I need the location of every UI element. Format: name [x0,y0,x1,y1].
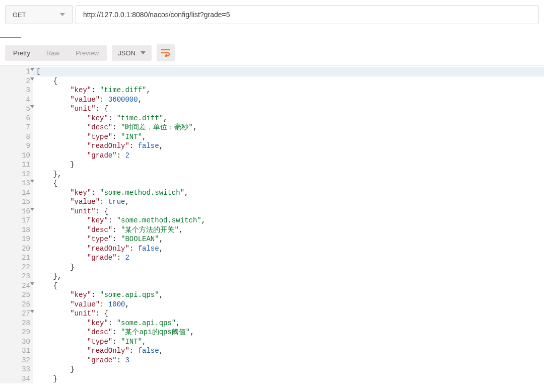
line-number: 10 [0,151,33,161]
fold-toggle-icon[interactable] [30,208,34,211]
line-number: 18 [0,225,33,235]
line-number: 26 [0,300,33,309]
code-line: "value": true, [33,197,544,207]
fold-toggle-icon[interactable] [30,77,34,81]
code-line: "unit": { [33,309,544,319]
code-line: "key": "time.diff", [33,86,544,95]
line-number: 29 [0,328,33,337]
line-number: 28 [0,319,33,328]
line-number: 25 [0,290,33,300]
line-number: 15 [0,197,33,207]
line-number: 31 [0,346,33,356]
line-number: 19 [0,234,33,244]
tab-preview[interactable]: Preview [67,45,107,61]
code-line: "desc": "某个方法的开关", [33,225,544,235]
http-method-label: GET [13,11,60,19]
url-input[interactable] [76,5,539,24]
line-number: 24 [0,281,33,291]
http-method-select[interactable]: GET [5,5,73,24]
line-number: 21 [0,253,33,263]
line-number: 17 [0,216,33,225]
code-line: "key": "some.api.qps", [33,319,544,328]
code-line: "unit": { [33,207,544,216]
code-line: "grade": 3 [33,356,544,365]
response-body: 1234567891011121314151617181920212223242… [0,65,544,383]
request-bar: GET [0,0,544,29]
code-line: }, [33,170,544,179]
line-number: 12 [0,170,33,179]
code-area[interactable]: [ { "key": "time.diff", "value": 3600000… [33,66,544,383]
code-line: "grade": 2 [33,253,544,263]
code-line: "type": "INT", [33,337,544,347]
code-line: "key": "some.api.qps", [33,290,544,300]
code-line: "type": "INT", [33,132,544,142]
active-tab-underline [0,37,21,38]
line-number: 14 [0,188,33,198]
code-line: } [33,374,544,384]
line-number: 3 [0,86,33,95]
line-number: 13 [0,179,33,188]
code-line: "desc": "某个api的qps阈值", [33,328,544,337]
line-gutter: 1234567891011121314151617181920212223242… [0,66,33,383]
line-number: 7 [0,123,33,132]
line-number: 32 [0,356,33,365]
code-line: "readOnly": false, [33,346,544,356]
fold-toggle-icon[interactable] [30,282,34,285]
line-number: 22 [0,263,33,272]
body-view-tabs: Pretty Raw Preview [5,45,107,61]
format-label: JSON [118,49,135,57]
code-line: "grade": 2 [33,151,544,161]
line-number: 4 [0,95,33,105]
code-line: [ [33,67,544,76]
line-number: 1 [0,67,33,76]
line-number: 8 [0,132,33,142]
code-line: "key": "some.method.switch", [33,188,544,198]
code-line: "key": "some.method.switch", [33,216,544,225]
code-line: "value": 1000, [33,300,544,309]
tab-pretty[interactable]: Pretty [5,45,38,61]
code-line: "readOnly": false, [33,141,544,151]
line-number: 11 [0,160,33,170]
code-line: "type": "BOOLEAN", [33,234,544,244]
fold-toggle-icon[interactable] [30,68,34,71]
wrap-icon [161,49,171,57]
format-select[interactable]: JSON [112,45,152,61]
line-number: 5 [0,104,33,114]
code-line: }, [33,272,544,281]
line-number: 20 [0,244,33,254]
code-line: { [33,76,544,86]
code-line: { [33,281,544,291]
line-number: 27 [0,309,33,319]
code-line: } [33,263,544,272]
code-line: "key": "time.diff", [33,114,544,123]
code-line: { [33,179,544,188]
code-line: } [33,365,544,374]
line-number: 9 [0,141,33,151]
line-number: 6 [0,114,33,123]
line-number: 33 [0,365,33,374]
code-line: } [33,160,544,170]
fold-toggle-icon[interactable] [30,105,34,108]
chevron-down-icon [141,51,146,54]
line-number: 30 [0,337,33,347]
code-line: "readOnly": false, [33,244,544,254]
line-number: 16 [0,207,33,216]
chevron-down-icon [60,13,65,16]
response-view-toolbar: Pretty Raw Preview JSON [0,41,544,65]
code-line: "value": 3600000, [33,95,544,105]
tab-raw[interactable]: Raw [38,45,67,61]
code-line: "desc": "时间差，单位：毫秒", [33,123,544,132]
line-number: 34 [0,374,33,384]
wrap-lines-button[interactable] [157,44,175,61]
fold-toggle-icon[interactable] [30,180,34,183]
code-line: "unit": { [33,104,544,114]
fold-toggle-icon[interactable] [30,310,34,313]
line-number: 2 [0,76,33,86]
line-number: 23 [0,272,33,281]
